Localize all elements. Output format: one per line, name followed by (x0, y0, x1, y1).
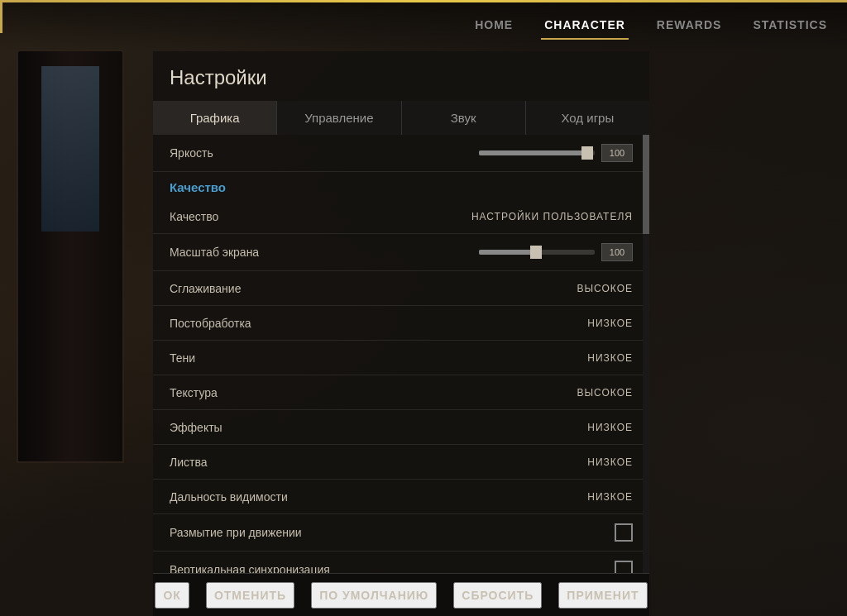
label-motionblur: Размытие при движении (170, 526, 615, 539)
settings-tab-row: Графика Управление Звук Ход игры (153, 101, 649, 135)
label-effects: Эффекты (170, 421, 587, 434)
value-quality[interactable]: НАСТРОЙКИ ПОЛЬЗОВАТЕЛЯ (471, 211, 633, 222)
tab-gameplay[interactable]: Ход игры (526, 101, 649, 135)
nav-tab-statistics[interactable]: STATISTICS (749, 12, 830, 40)
tab-graphics[interactable]: Графика (153, 101, 277, 135)
action-bar: ОК ОТМЕНИТЬ ПО УМОЛЧАНИЮ СБРОСИТЬ ПРИМЕН… (153, 573, 649, 616)
row-quality: Качество НАСТРОЙКИ ПОЛЬЗОВАТЕЛЯ (153, 199, 649, 234)
scale-slider-fill (479, 250, 537, 255)
tab-controls[interactable]: Управление (277, 101, 401, 135)
default-button[interactable]: ПО УМОЛЧАНИЮ (311, 582, 437, 609)
row-effects: Эффекты НИЗКОЕ (153, 410, 649, 445)
row-motionblur: Размытие при движении (153, 514, 649, 552)
checkbox-vsync[interactable] (615, 561, 633, 573)
label-scale: Масштаб экрана (170, 246, 479, 259)
settings-content: Яркость 100 Качество Качество НАСТРОЙКИ … (153, 135, 649, 573)
scale-slider-container: 100 (479, 243, 633, 261)
scrollbar-thumb[interactable] (643, 135, 649, 234)
brightness-slider-fill (479, 150, 583, 155)
accent-bar (0, 0, 847, 2)
apply-button[interactable]: ПРИМЕНИТ (558, 582, 647, 609)
quality-section-heading: Качество (153, 172, 649, 199)
value-shadows[interactable]: НИЗКОЕ (587, 352, 633, 364)
value-texture[interactable]: ВЫСОКОЕ (577, 387, 633, 399)
bg-window (41, 66, 99, 232)
label-vsync: Вертикальная синхронизация (170, 563, 615, 573)
row-vsync: Вертикальная синхронизация (153, 552, 649, 573)
brightness-value: 100 (601, 144, 633, 162)
brightness-row: Яркость 100 (153, 135, 649, 172)
value-foliage[interactable]: НИЗКОЕ (587, 456, 633, 468)
corner-decoration (0, 0, 33, 33)
tab-sound[interactable]: Звук (402, 101, 526, 135)
value-effects[interactable]: НИЗКОЕ (587, 422, 633, 433)
label-aa: Сглаживание (170, 282, 577, 295)
settings-scroll[interactable]: Яркость 100 Качество Качество НАСТРОЙКИ … (153, 135, 649, 573)
label-viewdist: Дальность видимости (170, 490, 587, 504)
reset-button[interactable]: СБРОСИТЬ (453, 582, 542, 609)
ok-button[interactable]: ОК (155, 582, 189, 609)
label-quality: Качество (170, 210, 471, 223)
brightness-slider-container: 100 (479, 144, 633, 162)
settings-panel: Настройки Графика Управление Звук Ход иг… (153, 51, 649, 573)
scale-slider-track[interactable] (479, 250, 595, 255)
nav-tab-character[interactable]: CHARACTER (541, 12, 629, 40)
label-foliage: Листва (170, 456, 587, 469)
value-aa[interactable]: ВЫСОКОЕ (577, 283, 633, 294)
row-texture: Текстура ВЫСОКОЕ (153, 375, 649, 410)
brightness-slider-thumb[interactable] (581, 146, 593, 160)
cancel-button[interactable]: ОТМЕНИТЬ (206, 582, 294, 609)
label-postprocess: Постобработка (170, 317, 587, 330)
row-scale: Масштаб экрана 100 (153, 234, 649, 271)
value-viewdist[interactable]: НИЗКОЕ (587, 491, 633, 503)
value-postprocess[interactable]: НИЗКОЕ (587, 318, 633, 329)
label-shadows: Тени (170, 351, 587, 365)
checkbox-motionblur[interactable] (615, 523, 633, 542)
nav-tabs: HOME CHARACTER REWARDS STATISTICS (471, 12, 830, 40)
row-shadows: Тени НИЗКОЕ (153, 341, 649, 375)
panel-title: Настройки (153, 51, 649, 101)
row-aa: Сглаживание ВЫСОКОЕ (153, 271, 649, 306)
label-texture: Текстура (170, 386, 577, 399)
nav-tab-home[interactable]: HOME (471, 12, 516, 40)
scale-slider-thumb[interactable] (530, 246, 542, 259)
row-postprocess: Постобработка НИЗКОЕ (153, 306, 649, 341)
row-foliage: Листва НИЗКОЕ (153, 445, 649, 480)
row-viewdist: Дальность видимости НИЗКОЕ (153, 480, 649, 514)
nav-tab-rewards[interactable]: REWARDS (653, 12, 725, 40)
nav-bar: HOME CHARACTER REWARDS STATISTICS (0, 0, 847, 51)
brightness-slider-track[interactable] (479, 150, 595, 155)
brightness-label: Яркость (170, 146, 479, 160)
scale-value: 100 (601, 243, 633, 261)
scrollbar-track (643, 135, 649, 573)
